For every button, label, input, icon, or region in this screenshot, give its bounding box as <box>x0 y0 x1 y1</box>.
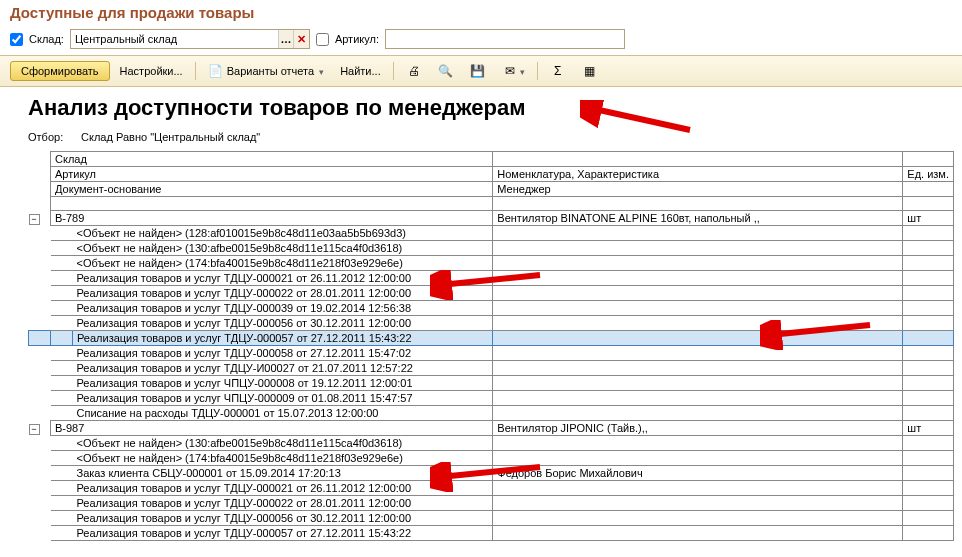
doc-cell[interactable]: Реализация товаров и услуг ТДЦУ-000022 о… <box>73 286 493 301</box>
header-nom: Номенклатура, Характеристика <box>493 167 903 182</box>
manager-cell <box>493 271 903 286</box>
sklad-input[interactable] <box>71 30 278 48</box>
doc-cell[interactable]: Заказ клиента СБЦУ-000001 от 15.09.2014 … <box>73 466 493 481</box>
report-title: Анализ доступности товаров по менеджерам <box>28 95 954 121</box>
artikul-label: Артикул: <box>335 33 379 45</box>
artikul-input[interactable] <box>386 30 624 48</box>
doc-cell[interactable]: Реализация товаров и услуг ЧПЦУ-000009 о… <box>73 391 493 406</box>
email-button[interactable]: ✉ <box>496 60 531 82</box>
window-title: Доступные для продажи товары <box>0 0 962 27</box>
separator <box>537 62 538 80</box>
sum-icon: Σ <box>550 63 566 79</box>
doc-cell[interactable]: <Объект не найден> (128:af010015e9b8c48d… <box>73 226 493 241</box>
manager-cell <box>493 346 903 361</box>
preview-button[interactable]: 🔍 <box>432 60 460 82</box>
unit-cell <box>903 286 954 301</box>
filter-bar: Склад: … ✕ Артикул: <box>0 27 962 55</box>
doc-cell[interactable]: Списание на расходы ТДЦУ-000001 от 15.07… <box>73 406 493 421</box>
save-button[interactable]: 💾 <box>464 60 492 82</box>
sum-button[interactable]: Σ <box>544 60 572 82</box>
unit-cell <box>903 466 954 481</box>
doc-cell[interactable]: Реализация товаров и услуг ЧПЦУ-000008 о… <box>73 376 493 391</box>
manager-cell <box>493 481 903 496</box>
manager-cell <box>493 286 903 301</box>
header-sklad: Склад <box>51 152 493 167</box>
unit-cell <box>903 331 954 346</box>
doc-cell[interactable]: Реализация товаров и услуг ТДЦУ-000021 о… <box>73 271 493 286</box>
variants-icon: 📄 <box>208 63 224 79</box>
email-icon: ✉ <box>502 63 518 79</box>
variants-label: Варианты отчета <box>227 65 314 77</box>
form-button[interactable]: Сформировать <box>10 61 110 81</box>
manager-cell: Федоров Борис Михайлович <box>493 466 903 481</box>
filter-label: Отбор: <box>28 131 78 143</box>
unit-cell <box>903 346 954 361</box>
sklad-label: Склад: <box>29 33 64 45</box>
manager-cell <box>493 331 903 346</box>
unit-cell <box>903 361 954 376</box>
doc-cell[interactable]: <Объект не найден> (130:afbe0015e9b8c48d… <box>73 436 493 451</box>
doc-cell[interactable]: Реализация товаров и услуг ТДЦУ-000056 о… <box>73 511 493 526</box>
manager-cell <box>493 391 903 406</box>
manager-cell <box>493 511 903 526</box>
doc-cell[interactable]: <Объект не найден> (174:bfa40015e9b8c48d… <box>73 256 493 271</box>
tree-collapse-button[interactable]: − <box>29 214 40 225</box>
manager-cell <box>493 226 903 241</box>
sklad-checkbox[interactable] <box>10 33 23 46</box>
manager-cell <box>493 496 903 511</box>
doc-cell[interactable]: <Объект не найден> (130:afbe0015e9b8c48d… <box>73 241 493 256</box>
group-unit: шт <box>903 211 954 226</box>
artikul-input-wrap <box>385 29 625 49</box>
doc-cell[interactable]: Реализация товаров и услуг ТДЦУ-000039 о… <box>73 301 493 316</box>
sklad-ellipsis-button[interactable]: … <box>278 30 294 48</box>
report-filter: Отбор: Склад Равно "Центральный склад" <box>28 131 954 143</box>
table-button[interactable]: ▦ <box>576 60 604 82</box>
manager-cell <box>493 406 903 421</box>
artikul-checkbox[interactable] <box>316 33 329 46</box>
header-empty3 <box>903 182 954 197</box>
tree-collapse-button[interactable]: − <box>29 424 40 435</box>
unit-cell <box>903 391 954 406</box>
report-grid[interactable]: Склад АртикулНоменклатура, Характеристик… <box>28 151 954 541</box>
header-manager: Менеджер <box>493 182 903 197</box>
doc-cell[interactable]: Реализация товаров и услуг ТДЦУ-И00027 о… <box>73 361 493 376</box>
doc-cell[interactable]: Реализация товаров и услуг ТДЦУ-000057 о… <box>73 331 493 346</box>
separator <box>195 62 196 80</box>
manager-cell <box>493 301 903 316</box>
find-button[interactable]: Найти... <box>334 62 387 80</box>
manager-cell <box>493 451 903 466</box>
unit-cell <box>903 256 954 271</box>
header-artikul: Артикул <box>51 167 493 182</box>
doc-cell[interactable]: Реализация товаров и услуг ТДЦУ-000056 о… <box>73 316 493 331</box>
group-nom: Вентилятор JIPONIC (Тайв.),, <box>493 421 903 436</box>
doc-cell[interactable]: Реализация товаров и услуг ТДЦУ-000058 о… <box>73 346 493 361</box>
doc-cell[interactable]: Реализация товаров и услуг ТДЦУ-000021 о… <box>73 481 493 496</box>
variants-button[interactable]: 📄 Варианты отчета <box>202 60 330 82</box>
filter-text: Склад Равно "Центральный склад" <box>81 131 260 143</box>
header-empty2 <box>903 152 954 167</box>
unit-cell <box>903 316 954 331</box>
header-unit: Ед. изм. <box>903 167 954 182</box>
save-icon: 💾 <box>470 63 486 79</box>
manager-cell <box>493 361 903 376</box>
unit-cell <box>903 376 954 391</box>
manager-cell <box>493 376 903 391</box>
sklad-clear-button[interactable]: ✕ <box>293 30 309 48</box>
table-icon: ▦ <box>582 63 598 79</box>
doc-cell[interactable]: Реализация товаров и услуг ТДЦУ-000057 о… <box>73 526 493 541</box>
doc-cell[interactable]: <Объект не найден> (174:bfa40015e9b8c48d… <box>73 451 493 466</box>
doc-cell[interactable]: Реализация товаров и услуг ТДЦУ-000022 о… <box>73 496 493 511</box>
report-area: Анализ доступности товаров по менеджерам… <box>0 87 962 541</box>
manager-cell <box>493 526 903 541</box>
group-unit: шт <box>903 421 954 436</box>
unit-cell <box>903 301 954 316</box>
unit-cell <box>903 271 954 286</box>
print-button[interactable]: 🖨 <box>400 60 428 82</box>
group-code[interactable]: В-789 <box>51 211 493 226</box>
group-code[interactable]: В-987 <box>51 421 493 436</box>
unit-cell <box>903 526 954 541</box>
settings-button[interactable]: Настройки... <box>114 62 189 80</box>
unit-cell <box>903 496 954 511</box>
manager-cell <box>493 316 903 331</box>
manager-cell <box>493 256 903 271</box>
